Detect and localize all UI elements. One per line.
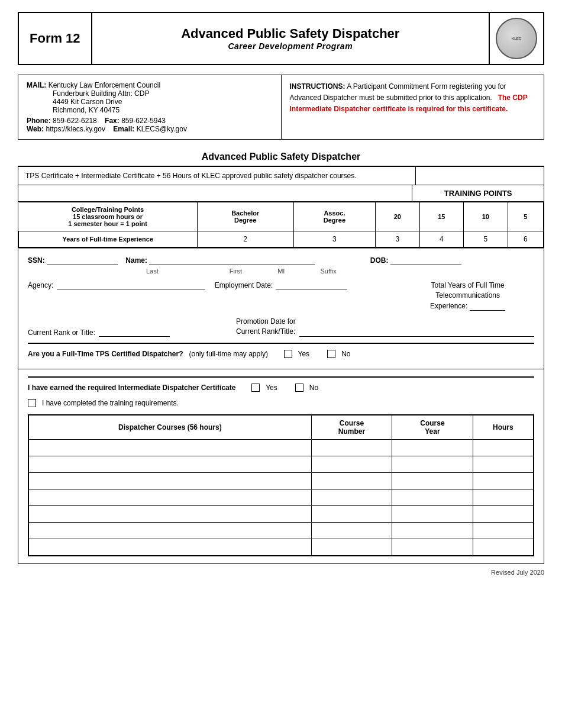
yes-checkbox-fulltps[interactable] <box>284 350 292 358</box>
course-cell[interactable] <box>311 439 392 456</box>
training-table: College/Training Points 15 classroom hou… <box>18 202 544 247</box>
course-cell[interactable] <box>311 489 392 505</box>
current-rank-label: Current Rank or Title: <box>28 328 95 337</box>
training-col5-header: 15 <box>419 202 464 231</box>
total-years-group: Total Years of Full Time Telecommunicati… <box>401 281 534 311</box>
form-number: Form 12 <box>30 31 80 46</box>
experience-label: Years of Full-time Experience <box>19 231 198 247</box>
experience-label: Experience: <box>430 301 467 311</box>
course-cell[interactable] <box>392 505 473 522</box>
web-value: https://klecs.ky.gov <box>46 125 105 133</box>
yes-label-cert: Yes <box>266 384 277 392</box>
table-row <box>29 505 534 522</box>
promotion-date-field[interactable] <box>299 328 534 337</box>
no-checkbox-cert[interactable] <box>295 384 303 392</box>
revised-text: Revised July 2020 <box>491 569 544 576</box>
promotion-date-label: Promotion Date for <box>236 317 296 327</box>
training-col2-header: BachelorDegree <box>197 202 293 231</box>
course-cell[interactable] <box>473 489 533 505</box>
course-cell[interactable] <box>311 539 392 555</box>
ssn-label: SSN: <box>28 256 45 265</box>
course-cell[interactable] <box>392 439 473 456</box>
training-points-left-empty <box>18 185 412 201</box>
course-cell[interactable] <box>29 505 312 522</box>
no-checkbox-fulltps[interactable] <box>327 350 335 358</box>
agency-field[interactable] <box>57 281 205 289</box>
mail-row: MAIL: Kentucky Law Enforcement Council <box>27 81 273 89</box>
course-cell[interactable] <box>392 489 473 505</box>
name-field[interactable] <box>149 256 315 265</box>
exp-val-5: 5 <box>464 231 508 247</box>
course-cell[interactable] <box>392 522 473 539</box>
main-section-title: Advanced Public Safety Dispatcher <box>18 152 544 162</box>
telecommunications-label: Telecommunications <box>401 291 534 301</box>
training-col1-header: College/Training Points 15 classroom hou… <box>19 202 198 231</box>
phone-row: Phone: 859-622-6218 Fax: 859-622-5943 <box>27 117 273 125</box>
exp-val-6: 6 <box>508 231 543 247</box>
form-divider-1 <box>28 343 534 344</box>
course-cell[interactable] <box>311 456 392 472</box>
training-col4-header: 20 <box>376 202 420 231</box>
dob-field[interactable] <box>390 256 461 265</box>
course-cell[interactable] <box>473 522 533 539</box>
course-cell[interactable] <box>29 472 312 489</box>
course-cell[interactable] <box>311 472 392 489</box>
course-cell[interactable] <box>392 456 473 472</box>
course-cell[interactable] <box>29 456 312 472</box>
info-right: INSTRUCTIONS: A Participant Commitment F… <box>282 75 544 139</box>
yes-checkbox-cert[interactable] <box>251 384 260 392</box>
course-cell[interactable] <box>311 505 392 522</box>
web-row: Web: https://klecs.ky.gov Email: KLECS@k… <box>27 125 273 133</box>
tps-side-empty <box>416 167 544 185</box>
course-cell[interactable] <box>473 439 533 456</box>
certificate-section: I have earned the required Intermediate … <box>18 369 544 564</box>
training-table-header-row: College/Training Points 15 classroom hou… <box>19 202 544 231</box>
course-cell[interactable] <box>473 472 533 489</box>
current-rank-field[interactable] <box>99 328 170 337</box>
page-title: Advanced Public Safety Dispatcher <box>181 26 399 41</box>
course-cell[interactable] <box>29 539 312 555</box>
course-cell[interactable] <box>473 539 533 555</box>
info-section: MAIL: Kentucky Law Enforcement Council F… <box>18 75 544 140</box>
course-cell[interactable] <box>392 472 473 489</box>
mail-line4: Richmond, KY 40475 <box>53 106 273 114</box>
promotion-label-group: Promotion Date for Current Rank/Title: <box>236 317 296 337</box>
table-row <box>29 522 534 539</box>
course-cell[interactable] <box>29 522 312 539</box>
courses-header-row: Dispatcher Courses (56 hours) Course Num… <box>29 415 534 439</box>
course-cell[interactable] <box>29 439 312 456</box>
courses-col1-header: Dispatcher Courses (56 hours) <box>29 415 312 439</box>
exp-val-4: 4 <box>419 231 464 247</box>
mail-label: MAIL: <box>27 81 46 89</box>
name-sub-labels: Last First MI Suffix <box>146 268 534 275</box>
training-points-label: TRAINING POINTS <box>412 185 544 201</box>
instructions-label: INSTRUCTIONS: <box>290 82 345 91</box>
ssn-field[interactable] <box>47 256 118 265</box>
header-box: Form 12 Advanced Public Safety Dispatche… <box>18 12 544 65</box>
yes-label-fulltps: Yes <box>298 350 310 358</box>
course-cell[interactable] <box>29 489 312 505</box>
course-cell[interactable] <box>473 505 533 522</box>
employment-date-label: Employment Date: <box>215 281 273 289</box>
total-years-label: Total Years of Full Time <box>401 281 534 291</box>
experience-field[interactable] <box>470 301 505 311</box>
training-complete-checkbox[interactable] <box>28 399 36 407</box>
exp-val-2: 2 <box>197 231 293 247</box>
form-number-box: Form 12 <box>19 13 92 64</box>
fax-label: Fax: <box>105 117 119 125</box>
course-cell[interactable] <box>392 539 473 555</box>
intermediate-cert-row: I have earned the required Intermediate … <box>28 384 534 392</box>
promotion-group: Promotion Date for Current Rank/Title: <box>236 317 534 337</box>
exp-val-3: 3 <box>293 231 375 247</box>
rank-promotion-row: Current Rank or Title: Promotion Date fo… <box>28 317 534 337</box>
mail-line3: 4449 Kit Carson Drive <box>53 98 273 106</box>
course-cell[interactable] <box>473 456 533 472</box>
phone-value: 859-622-6218 <box>53 117 97 125</box>
employment-date-field[interactable] <box>276 281 347 289</box>
full-time-note: (only full-time may apply) <box>189 350 268 358</box>
course-cell[interactable] <box>311 522 392 539</box>
footer: Revised July 2020 <box>18 569 544 576</box>
mi-label: MI <box>277 268 285 275</box>
courses-tbody <box>29 439 534 555</box>
exp-val-3b: 3 <box>376 231 420 247</box>
